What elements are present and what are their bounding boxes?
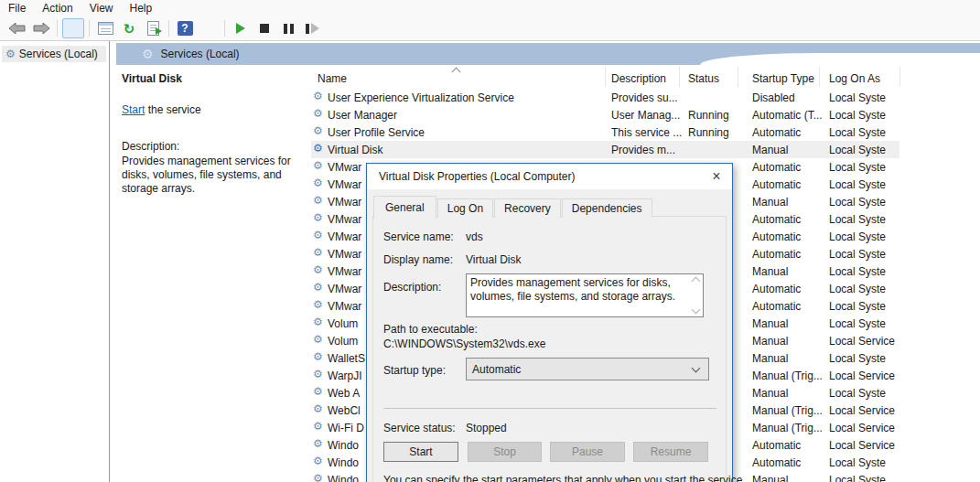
description-scrollbar bbox=[689, 274, 703, 316]
service-startup-type-cell: Automatic bbox=[752, 178, 824, 191]
tab-dependencies[interactable]: Dependencies bbox=[562, 198, 652, 218]
virtual-disk-properties-dialog: Virtual Disk Properties (Local Computer)… bbox=[366, 163, 733, 482]
help-icon[interactable]: ? bbox=[174, 18, 196, 38]
service-status-cell: Running bbox=[688, 109, 741, 122]
service-startup-type-cell: Manual bbox=[752, 265, 824, 278]
table-row[interactable]: ⚙User Experience Virtualization ServiceP… bbox=[311, 89, 899, 106]
description-text: Provides management services for disks, … bbox=[470, 276, 684, 304]
service-name-cell: Virtual Disk bbox=[328, 144, 600, 156]
startup-type-dropdown[interactable]: Automatic bbox=[466, 358, 709, 380]
tab-recovery[interactable]: Recovery bbox=[494, 198, 561, 218]
service-log-on-as-cell: Local Syste bbox=[829, 474, 899, 482]
description-label: Description: bbox=[383, 281, 441, 294]
service-startup-type-cell: Manual bbox=[752, 196, 824, 209]
scroll-down-icon[interactable] bbox=[692, 305, 701, 315]
path-to-executable-label: Path to executable: bbox=[383, 323, 478, 336]
menu-help[interactable]: Help bbox=[122, 1, 161, 16]
start-service-icon[interactable] bbox=[230, 18, 252, 38]
scroll-up-icon[interactable] bbox=[692, 277, 701, 286]
service-gear-icon: ⚙ bbox=[313, 351, 323, 362]
service-log-on-as-cell: Local Syste bbox=[829, 248, 899, 261]
service-gear-icon: ⚙ bbox=[313, 369, 323, 380]
forward-icon[interactable] bbox=[30, 18, 52, 38]
services-mmc-window: File Action View Help ↻ ? bbox=[0, 0, 980, 482]
service-log-on-as-cell: Local Syste bbox=[829, 109, 899, 122]
export-list-icon[interactable] bbox=[142, 18, 164, 38]
start-button[interactable]: Start bbox=[383, 442, 458, 462]
service-gear-icon: ⚙ bbox=[313, 438, 323, 449]
service-gear-icon: ⚙ bbox=[313, 403, 323, 414]
properties-window-icon[interactable] bbox=[94, 18, 116, 38]
service-gear-icon: ⚙ bbox=[313, 91, 323, 102]
refresh-icon[interactable]: ↻ bbox=[118, 18, 140, 38]
service-startup-type-cell: Automatic bbox=[752, 300, 824, 313]
startup-type-label: Startup type: bbox=[383, 364, 446, 377]
table-row[interactable]: ⚙User ManagerUser Manag...RunningAutomat… bbox=[311, 106, 899, 123]
stop-service-icon[interactable] bbox=[253, 18, 275, 38]
pause-service-icon[interactable] bbox=[277, 18, 299, 38]
console-tree-pane: ⚙ Services (Local) bbox=[0, 41, 110, 482]
menu-view[interactable]: View bbox=[81, 1, 122, 16]
dialog-tabs: General Log On Recovery Dependencies bbox=[373, 196, 653, 218]
service-log-on-as-cell: Local Syste bbox=[829, 196, 899, 209]
tree-item-services-local[interactable]: ⚙ Services (Local) bbox=[2, 46, 106, 62]
table-row[interactable]: ⚙User Profile ServiceThis service ...Run… bbox=[311, 123, 899, 141]
start-service-link[interactable]: Start bbox=[122, 103, 145, 116]
service-log-on-as-cell: Local Syste bbox=[829, 144, 899, 156]
chevron-down-icon bbox=[692, 364, 701, 373]
dialog-title: Virtual Disk Properties (Local Computer) bbox=[379, 170, 576, 183]
service-log-on-as-cell: Local Syste bbox=[829, 230, 899, 243]
service-startup-type-cell: Manual bbox=[752, 144, 824, 156]
service-startup-type-cell: Manual bbox=[752, 474, 824, 482]
service-gear-icon: ⚙ bbox=[313, 299, 323, 310]
show-console-tree-icon[interactable] bbox=[62, 18, 84, 38]
restart-service-icon[interactable] bbox=[301, 18, 323, 38]
start-service-line: Start the service bbox=[122, 103, 300, 116]
service-startup-type-cell: Automatic bbox=[752, 213, 824, 226]
dialog-divider bbox=[383, 408, 716, 409]
service-log-on-as-cell: Local Service bbox=[829, 422, 899, 434]
service-description-cell: Provides su... bbox=[611, 91, 683, 104]
extended-view-icon[interactable] bbox=[198, 18, 220, 38]
tab-log-on[interactable]: Log On bbox=[437, 198, 493, 218]
table-row[interactable]: ⚙Virtual DiskProvides m...ManualLocal Sy… bbox=[311, 141, 899, 158]
service-log-on-as-cell: Local Service bbox=[829, 439, 899, 452]
service-log-on-as-cell: Local Syste bbox=[829, 283, 899, 295]
service-startup-type-cell: Disabled bbox=[752, 91, 824, 104]
service-status-cell: Running bbox=[688, 126, 741, 139]
selected-service-title: Virtual Disk bbox=[122, 72, 300, 85]
service-gear-icon: ⚙ bbox=[313, 160, 323, 171]
service-status-label: Service status: bbox=[383, 422, 456, 434]
service-name-value: vds bbox=[466, 230, 483, 243]
dialog-title-bar: Virtual Disk Properties (Local Computer) bbox=[367, 164, 732, 189]
service-log-on-as-cell: Local Syste bbox=[829, 300, 899, 313]
service-startup-type-cell: Manual bbox=[752, 352, 824, 365]
stop-button: Stop bbox=[468, 442, 542, 462]
display-name-label: Display name: bbox=[383, 253, 453, 266]
service-gear-icon: ⚙ bbox=[313, 247, 323, 258]
tree-item-label: Services (Local) bbox=[19, 48, 98, 60]
service-name-cell: User Manager bbox=[328, 109, 600, 122]
service-startup-type-cell: Automatic bbox=[752, 161, 824, 174]
toolbar: ↻ ? bbox=[0, 16, 980, 41]
close-icon[interactable]: × bbox=[705, 166, 728, 187]
back-icon[interactable] bbox=[6, 18, 28, 38]
service-log-on-as-cell: Local Service bbox=[829, 335, 899, 348]
description-label: Description: bbox=[122, 140, 300, 153]
service-log-on-as-cell: Local Syste bbox=[829, 387, 899, 400]
service-log-on-as-cell: Local Syste bbox=[829, 126, 899, 139]
service-name-label: Service name: bbox=[383, 230, 454, 243]
menu-action[interactable]: Action bbox=[34, 1, 81, 16]
service-description-cell: Provides m... bbox=[611, 144, 683, 156]
service-description-cell: This service ... bbox=[611, 126, 683, 139]
service-gear-icon: ⚙ bbox=[313, 264, 323, 275]
services-gear-icon: ⚙ bbox=[142, 48, 154, 60]
service-gear-icon: ⚙ bbox=[313, 108, 323, 119]
pause-button: Pause bbox=[550, 442, 625, 462]
service-log-on-as-cell: Local Syste bbox=[829, 456, 899, 469]
description-textbox[interactable]: Provides management services for disks, … bbox=[466, 273, 704, 317]
service-description-text: Provides management services for disks, … bbox=[122, 155, 291, 196]
service-gear-icon: ⚙ bbox=[313, 282, 323, 293]
menu-file[interactable]: File bbox=[0, 1, 34, 16]
tab-general[interactable]: General bbox=[373, 196, 436, 219]
